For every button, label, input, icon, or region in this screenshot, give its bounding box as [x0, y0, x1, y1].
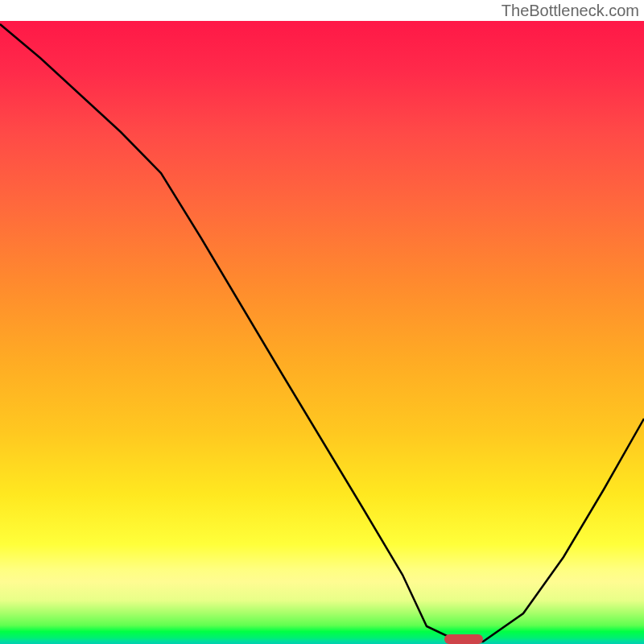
- chart-line: [0, 21, 644, 644]
- optimal-marker: [444, 634, 483, 644]
- chart-area: [0, 21, 644, 644]
- watermark-text: TheBottleneck.com: [502, 2, 639, 20]
